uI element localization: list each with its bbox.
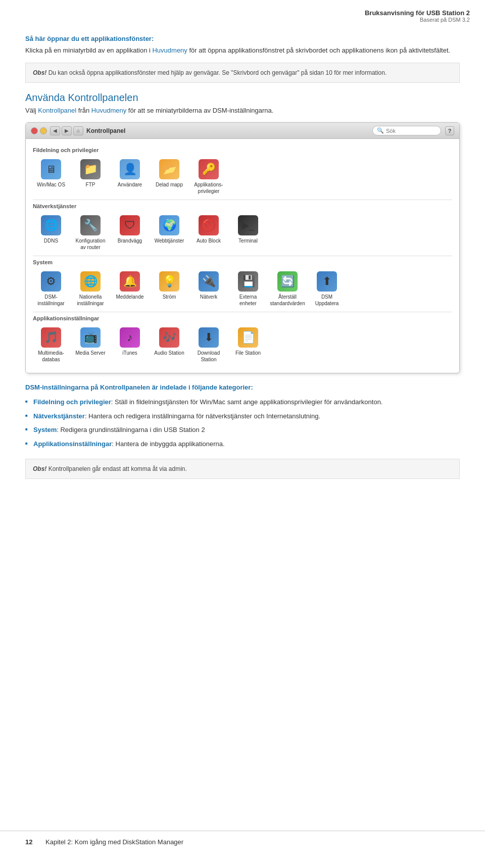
back-button[interactable]: ◀ xyxy=(50,126,60,135)
page-header: Bruksanvisning för USB Station 2 Baserat… xyxy=(0,0,485,25)
national-icon: 🌐 xyxy=(80,271,101,292)
web-label: Webbtjänster xyxy=(155,237,184,244)
category-fildelning-label: Fildelning och privilegier xyxy=(33,147,452,153)
icon-dsmsettings[interactable]: ⚙ DSM-inställningar xyxy=(33,269,69,309)
category-app-icons: 🎵 Multimedia-databas 📺 Media Server ♪ iT… xyxy=(33,325,452,365)
icon-router[interactable]: 🔧 Konfiguration av router xyxy=(72,213,109,253)
meddelande-label: Meddelande xyxy=(116,294,143,300)
divider-2 xyxy=(33,256,452,256)
minimize-button[interactable] xyxy=(40,127,47,134)
icon-firewall[interactable]: 🛡 Brandvägg xyxy=(112,213,148,253)
terminal-icon: ▶_ xyxy=(238,215,258,235)
obs-box-2: Obs! Kontrollpanelen går endast att komm… xyxy=(25,459,460,479)
bullet-title-1: Fildelning och privilegier xyxy=(33,398,111,406)
cp-nav-buttons: ◀ ▶ ⌂ xyxy=(50,126,83,135)
forward-button[interactable]: ▶ xyxy=(62,126,72,135)
autoblock-icon: 🚫 xyxy=(199,215,219,235)
document-subtitle: Baserat på DSM 3.2 xyxy=(15,17,470,23)
search-input[interactable] xyxy=(386,128,437,134)
icon-mediaserver[interactable]: 📺 Media Server xyxy=(72,325,109,365)
filestation-label: File Station xyxy=(235,350,261,356)
page-number: 12 xyxy=(25,838,35,846)
category-fildelning-icons: 🖥 Win/Mac OS 📁 FTP 👤 Användare 📂 Delad m… xyxy=(33,157,452,197)
external-label: Externa enheter xyxy=(232,294,264,307)
dsm-info-title: DSM-inställningarna på Kontrollpanelen ä… xyxy=(25,383,460,391)
icon-webtjanster[interactable]: 🌍 Webbtjänster xyxy=(151,213,187,253)
dsmupdate-icon: ⬆ xyxy=(317,271,337,292)
hauptmenu-link2[interactable]: Huvudmeny xyxy=(91,107,126,114)
search-icon: 🔍 xyxy=(377,127,384,134)
divider-1 xyxy=(33,200,452,200)
icon-apppriv[interactable]: 🔑 Applikations-privilegier xyxy=(190,157,227,197)
help-button[interactable]: ? xyxy=(445,126,454,135)
intro-text: Klicka på en miniatyrbild av en applikat… xyxy=(25,45,460,56)
icon-ftp[interactable]: 📁 FTP xyxy=(72,157,109,197)
cp-title-left: ◀ ▶ ⌂ Kontrollpanel xyxy=(31,126,125,135)
user-icon: 👤 xyxy=(120,159,140,179)
intro-heading: Så här öppnar du ett applikationsfönster… xyxy=(25,35,460,42)
aterstall-icon: 🔄 xyxy=(277,271,298,292)
ddns-label: DDNS xyxy=(44,237,58,244)
icon-deladmapp[interactable]: 📂 Delad mapp xyxy=(151,157,187,197)
document-title: Bruksanvisning för USB Station 2 xyxy=(15,9,470,17)
downloadstation-label: Download Station xyxy=(192,350,225,363)
category-system-label: System xyxy=(33,259,452,265)
category-network-label: Nätverkstjänster xyxy=(33,203,452,209)
icon-itunes[interactable]: ♪ iTunes xyxy=(112,325,148,365)
autoblock-label: Auto Block xyxy=(197,237,221,244)
icon-strom[interactable]: 💡 Ström xyxy=(151,269,187,309)
apppriv-label: Applikations-privilegier xyxy=(192,181,225,195)
dsmsettings-label: DSM-inställningar xyxy=(35,294,67,307)
firewall-label: Brandvägg xyxy=(118,237,142,244)
icon-filestation[interactable]: 📄 File Station xyxy=(230,325,266,365)
icon-external[interactable]: 💾 Externa enheter xyxy=(230,269,266,309)
icon-multimedia[interactable]: 🎵 Multimedia-databas xyxy=(33,325,69,365)
itunes-label: iTunes xyxy=(122,350,137,356)
bullet-title-3: System xyxy=(33,426,57,433)
bullet-title-4: Applikationsinställningar xyxy=(33,440,112,448)
natverk-icon: 🔌 xyxy=(199,271,219,292)
cp-title-text: Kontrollpanel xyxy=(86,127,125,134)
icon-dsmupdate[interactable]: ⬆ DSM Uppdatera xyxy=(309,269,345,309)
itunes-icon: ♪ xyxy=(120,327,140,348)
firewall-icon: 🛡 xyxy=(120,215,140,235)
bullet-title-2: Nätverkstjänster xyxy=(33,412,85,420)
audiostation-icon: 🎶 xyxy=(159,327,179,348)
icon-autoblock[interactable]: 🚫 Auto Block xyxy=(190,213,227,253)
cp-titlebar: ◀ ▶ ⌂ Kontrollpanel 🔍 ? xyxy=(26,123,459,139)
list-item: System: Redigera grundinställningarna i … xyxy=(25,423,460,437)
router-label: Konfiguration av router xyxy=(74,237,107,251)
icon-anvandare[interactable]: 👤 Användare xyxy=(112,157,148,197)
list-item: Nätverkstjänster: Hantera och redigera i… xyxy=(25,409,460,423)
mediaserver-label: Media Server xyxy=(75,350,105,356)
apppriv-icon: 🔑 xyxy=(199,159,219,179)
dsmsettings-icon: ⚙ xyxy=(41,271,61,292)
multimedia-label: Multimedia-databas xyxy=(35,350,67,363)
icon-winmacos[interactable]: 🖥 Win/Mac OS xyxy=(33,157,69,197)
icon-ddns[interactable]: 🌐 DDNS xyxy=(33,213,69,253)
anvandare-label: Användare xyxy=(118,181,142,188)
list-item: Fildelning och privilegier: Ställ in fil… xyxy=(25,395,460,409)
icon-meddelande[interactable]: 🔔 Meddelande xyxy=(112,269,148,309)
icon-national[interactable]: 🌐 Nationella inställningar xyxy=(72,269,109,309)
multimedia-icon: 🎵 xyxy=(41,327,61,348)
dsm-info-list: Fildelning och privilegier: Ställ in fil… xyxy=(25,395,460,451)
icon-terminal[interactable]: ▶_ Terminal xyxy=(230,213,266,253)
icon-natverk[interactable]: 🔌 Nätverk xyxy=(190,269,227,309)
icon-downloadstation[interactable]: ⬇ Download Station xyxy=(190,325,227,365)
home-button[interactable]: ⌂ xyxy=(73,126,83,135)
deladmapp-label: Delad mapp xyxy=(156,181,183,188)
category-network-icons: 🌐 DDNS 🔧 Konfiguration av router 🛡 Brand… xyxy=(33,213,452,253)
hauptmenu-link1[interactable]: Huvudmeny xyxy=(152,46,187,54)
obs-label-1: Obs! xyxy=(33,69,46,76)
icon-aterstall[interactable]: 🔄 Återställ standardvärden xyxy=(269,269,306,309)
strom-icon: 💡 xyxy=(159,271,179,292)
close-button[interactable] xyxy=(31,127,38,134)
cp-window-controls xyxy=(31,127,47,134)
national-label: Nationella inställningar xyxy=(74,294,107,307)
icon-audiostation[interactable]: 🎶 Audio Station xyxy=(151,325,187,365)
obs-box-1: Obs! Du kan också öppna applikationsföns… xyxy=(25,63,460,83)
cp-search-bar[interactable]: 🔍 xyxy=(372,126,441,135)
cp-body: Fildelning och privilegier 🖥 Win/Mac OS … xyxy=(26,139,459,373)
kontrollpanel-link[interactable]: Kontrollpanel xyxy=(38,107,76,114)
